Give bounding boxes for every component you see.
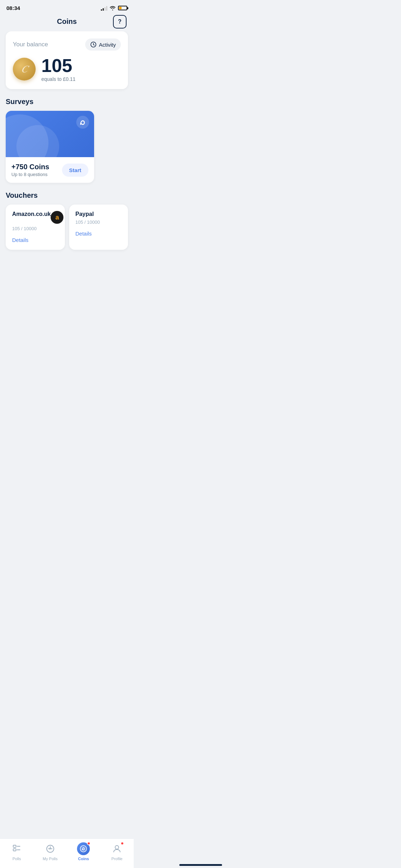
balance-amount: 105 bbox=[41, 56, 76, 75]
survey-coins: +750 Coins bbox=[11, 163, 49, 171]
page-header: Coins ? bbox=[0, 14, 134, 31]
amazon-progress: 105 / 10000 bbox=[12, 226, 58, 231]
vouchers-row: Amazon.co.uk a 105 / 10000 Details Paypa… bbox=[6, 205, 128, 250]
battery-icon bbox=[118, 6, 127, 10]
paypal-details-link[interactable]: Details bbox=[76, 231, 92, 237]
amazon-info: Amazon.co.uk bbox=[12, 211, 51, 217]
balance-row: 𝐶 105 equals to £0.11 bbox=[13, 56, 121, 82]
paypal-voucher-header: Paypal bbox=[76, 211, 122, 217]
balance-equivalent: equals to £0.11 bbox=[41, 76, 76, 82]
status-bar: 08:34 bbox=[0, 0, 134, 14]
paypal-voucher-card: Paypal 105 / 10000 Details bbox=[69, 205, 128, 250]
main-content: Your balance Activity 𝐶 105 equals to £0… bbox=[0, 31, 134, 250]
activity-button[interactable]: Activity bbox=[85, 38, 121, 51]
survey-banner bbox=[6, 111, 94, 157]
amazon-icon: a bbox=[51, 211, 63, 224]
amazon-voucher-name: Amazon.co.uk bbox=[12, 211, 51, 217]
activity-icon bbox=[90, 41, 97, 48]
survey-body: +750 Coins Up to 8 questions Start bbox=[6, 157, 94, 183]
activity-label: Activity bbox=[99, 42, 116, 48]
balance-label: Your balance bbox=[13, 41, 48, 48]
surveys-section: Surveys +750 Coins Up to 8 questions Sta… bbox=[6, 98, 128, 183]
survey-card: +750 Coins Up to 8 questions Start bbox=[6, 111, 94, 183]
coin-icon-large: 𝐶 bbox=[13, 58, 36, 81]
survey-questions: Up to 8 questions bbox=[11, 172, 49, 177]
amazon-voucher-card: Amazon.co.uk a 105 / 10000 Details bbox=[6, 205, 65, 250]
balance-card: Your balance Activity 𝐶 105 equals to £0… bbox=[6, 31, 128, 89]
page-title: Coins bbox=[57, 17, 77, 26]
status-icons bbox=[101, 6, 127, 11]
coin-letter: 𝐶 bbox=[21, 63, 28, 75]
balance-header: Your balance Activity bbox=[13, 38, 121, 51]
wifi-icon bbox=[109, 6, 116, 10]
vouchers-section: Vouchers Amazon.co.uk a 105 / 10000 Deta… bbox=[6, 191, 128, 250]
amazon-details-link[interactable]: Details bbox=[12, 237, 29, 243]
amazon-letter: a bbox=[55, 214, 59, 221]
help-button[interactable]: ? bbox=[113, 15, 127, 29]
status-time: 08:34 bbox=[6, 5, 20, 11]
vouchers-title: Vouchers bbox=[6, 191, 128, 200]
paypal-progress: 105 / 10000 bbox=[76, 219, 122, 225]
balance-amount-section: 105 equals to £0.11 bbox=[41, 56, 76, 82]
paypal-voucher-name: Paypal bbox=[76, 211, 94, 217]
surveys-title: Surveys bbox=[6, 98, 128, 106]
signal-icon bbox=[101, 6, 107, 11]
survey-start-button[interactable]: Start bbox=[62, 164, 88, 177]
amazon-voucher-header: Amazon.co.uk a bbox=[12, 211, 58, 224]
survey-info: +750 Coins Up to 8 questions bbox=[11, 163, 49, 177]
help-icon: ? bbox=[118, 19, 122, 25]
survey-logo-icon bbox=[76, 116, 89, 129]
svg-point-1 bbox=[76, 116, 89, 129]
